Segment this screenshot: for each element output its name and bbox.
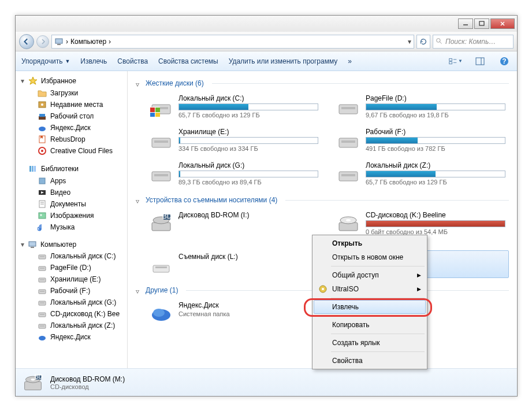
computer-heading[interactable]: ▾ Компьютер <box>16 239 127 250</box>
refresh-button[interactable] <box>416 35 430 49</box>
drive-item[interactable]: Локальный диск (Z:)65,7 ГБ свободно из 1… <box>333 159 509 188</box>
svg-rect-1 <box>479 21 484 25</box>
sidebar-item[interactable]: CD-дисковод (K:) Bee <box>16 308 127 320</box>
svg-rect-51 <box>40 325 44 327</box>
sidebar-item[interactable]: RebusDrop <box>16 134 127 145</box>
svg-text:?: ? <box>502 57 506 65</box>
properties-button[interactable]: Свойства <box>117 57 148 65</box>
svg-point-52 <box>39 336 46 340</box>
sidebar-item[interactable]: Локальный диск (C:) <box>16 250 127 262</box>
hard-drives-heading[interactable]: ▿ Жесткие диски (6) <box>136 79 509 87</box>
sidebar-item[interactable]: Рабочий стол <box>16 110 127 122</box>
drive-item[interactable]: Локальный диск (C:)65,7 ГБ свободно из 1… <box>146 92 322 121</box>
sidebar-item[interactable]: Видео <box>16 187 127 198</box>
expander-icon[interactable]: ▿ <box>136 287 142 294</box>
breadcrumb-label[interactable]: Компьютер <box>70 38 106 46</box>
removable-heading[interactable]: ▿ Устройства со съемными носителями (4) <box>136 196 509 204</box>
sidebar-item[interactable]: Локальный диск (Z:) <box>16 320 127 331</box>
capacity-bar <box>178 171 318 177</box>
svg-rect-65 <box>341 140 355 143</box>
drive-icon <box>38 275 47 284</box>
sys-properties-button[interactable]: Свойства системы <box>158 57 218 65</box>
menu-separator <box>331 334 425 334</box>
ultraiso-icon <box>318 284 328 294</box>
favorites-heading[interactable]: ▾ Избранное <box>16 75 127 87</box>
drive-icon <box>38 321 47 330</box>
more-button[interactable]: » <box>348 57 352 65</box>
item-icon <box>38 199 47 209</box>
context-menu-item[interactable]: Открыть в новом окне <box>314 250 426 264</box>
svg-point-20 <box>39 127 46 131</box>
item-icon <box>38 211 47 220</box>
menu-separator <box>331 351 425 352</box>
context-menu-item[interactable]: Создать ярлык <box>314 336 426 350</box>
capacity-bar <box>366 220 505 227</box>
view-options-button[interactable]: ▼ <box>449 54 463 68</box>
drive-item[interactable]: BDДисковод BD-ROM (I:) <box>146 209 322 246</box>
search-icon <box>436 38 443 45</box>
search-placeholder: Поиск: Компь… <box>445 38 496 46</box>
back-button[interactable] <box>19 34 34 49</box>
sidebar-item[interactable]: Яндекс.Диск <box>16 331 127 343</box>
svg-rect-43 <box>40 279 44 280</box>
sidebar-item[interactable]: Изображения <box>16 210 127 221</box>
expander-icon[interactable]: ▾ <box>19 78 25 84</box>
svg-point-35 <box>39 228 41 230</box>
item-icon <box>38 123 47 132</box>
drive-item[interactable]: PageFile (D:)9,67 ГБ свободно из 19,8 ГБ <box>333 92 509 121</box>
context-menu-item[interactable]: Свойства <box>314 354 426 368</box>
expander-icon[interactable]: ▿ <box>136 197 142 203</box>
drive-item[interactable]: Хранилище (E:)334 ГБ свободно из 334 ГБ <box>146 125 322 154</box>
maximize-button[interactable] <box>474 18 489 29</box>
toolbar: Упорядочить ▼ Извлечь Свойства Свойства … <box>16 51 517 71</box>
sidebar-item[interactable]: Рабочий (F:) <box>16 285 127 297</box>
search-input[interactable]: Поиск: Компь… <box>433 35 514 49</box>
svg-rect-39 <box>40 256 44 257</box>
context-menu-item[interactable]: Извлечь <box>314 300 426 314</box>
svg-rect-5 <box>57 44 61 45</box>
drive-item[interactable]: Съемный диск (L:) <box>146 250 322 278</box>
sidebar-item[interactable]: Apps <box>16 175 127 187</box>
uninstall-button[interactable]: Удалить или изменить программу <box>229 57 338 65</box>
close-button[interactable] <box>490 18 515 29</box>
preview-pane-button[interactable] <box>473 54 487 68</box>
sidebar-item[interactable]: Загрузки <box>16 87 127 99</box>
svg-rect-49 <box>40 314 44 315</box>
context-menu-item[interactable]: Копировать <box>314 318 426 332</box>
forward-button[interactable] <box>36 35 49 48</box>
nav-bar: › Компьютер › ▾ Поиск: Компь… <box>16 32 517 51</box>
sidebar-item[interactable]: Недавние места <box>16 99 127 110</box>
organize-button[interactable]: Упорядочить ▼ <box>21 57 70 65</box>
drive-item[interactable]: Локальный диск (G:)89,3 ГБ свободно из 8… <box>146 159 322 188</box>
sidebar-item[interactable]: Музыка <box>16 221 127 233</box>
context-menu-item[interactable]: Открыть <box>314 236 426 250</box>
context-menu-item[interactable]: ▶Общий доступ <box>314 268 426 282</box>
sidebar-item[interactable]: Хранилище (E:) <box>16 273 127 285</box>
minimize-button[interactable] <box>458 18 473 29</box>
expander-icon[interactable]: ▾ <box>19 242 25 248</box>
breadcrumb[interactable]: › Компьютер › ▾ <box>51 35 414 49</box>
sidebar-item[interactable]: Яндекс.Диск <box>16 122 127 134</box>
sidebar-item[interactable]: Локальный диск (G:) <box>16 297 127 308</box>
help-button[interactable]: ? <box>497 54 511 68</box>
svg-text:BD: BD <box>34 372 43 379</box>
svg-rect-33 <box>39 213 46 219</box>
explorer-window: › Компьютер › ▾ Поиск: Компь… Упорядочит… <box>15 15 518 397</box>
sidebar-item[interactable]: Документы <box>16 198 127 210</box>
details-pane: BD Дисковод BD-ROM (M:) CD-дисковод <box>16 368 517 396</box>
drive-item[interactable]: Яндекс.ДискСистемная папка <box>146 299 322 327</box>
libraries-heading[interactable]: Библиотеки <box>16 162 127 175</box>
sidebar-item[interactable]: Creative Cloud Files <box>16 145 127 157</box>
sidebar-item[interactable]: PageFile (D:) <box>16 262 127 273</box>
svg-rect-4 <box>55 39 62 43</box>
svg-rect-27 <box>39 178 45 184</box>
svg-rect-47 <box>40 302 44 303</box>
eject-button[interactable]: Извлечь <box>80 57 107 65</box>
svg-rect-56 <box>150 108 155 112</box>
dropdown-icon[interactable]: ▾ <box>408 38 411 46</box>
context-menu-item[interactable]: ▶UltraISO <box>314 282 426 296</box>
expander-icon[interactable]: ▿ <box>136 80 142 87</box>
drive-item[interactable]: Рабочий (F:)491 ГБ свободно из 782 ГБ <box>333 125 509 154</box>
bd-drive-icon: BD <box>23 372 43 393</box>
sidebar: ▾ Избранное ЗагрузкиНедавние местаРабочи… <box>16 71 128 368</box>
